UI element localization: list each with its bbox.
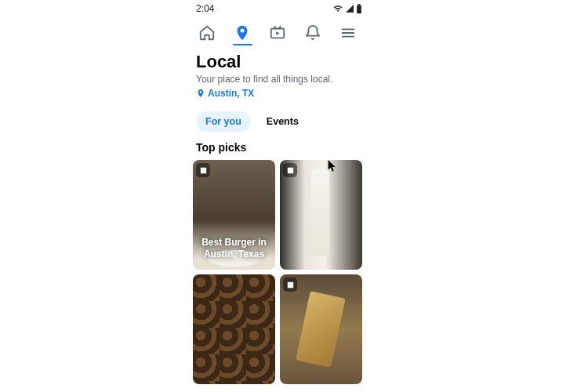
page-subtitle: Your place to find all things local. <box>196 74 359 85</box>
top-picks-grid: Best Burger in Austin, Texas <box>185 160 370 384</box>
location-text: Austin, TX <box>208 88 254 99</box>
card-caption: Best Burger in Austin, Texas <box>199 237 269 260</box>
battery-icon <box>356 4 362 14</box>
chip-for-you[interactable]: For you <box>196 111 251 132</box>
top-pick-card[interactable] <box>193 274 275 384</box>
reel-icon <box>196 163 210 177</box>
nav-video[interactable] <box>260 20 296 45</box>
page-header: Local Your place to find all things loca… <box>185 45 370 103</box>
status-bar: 2:04 <box>185 0 370 16</box>
top-pick-card[interactable]: Best Burger in Austin, Texas <box>193 160 275 270</box>
top-pick-card[interactable] <box>280 274 362 384</box>
wifi-icon <box>332 4 343 13</box>
nav-notifications[interactable] <box>295 20 330 45</box>
reel-icon <box>283 278 297 292</box>
filter-chips: For you Events <box>185 103 370 138</box>
svg-rect-1 <box>358 4 361 5</box>
phone-frame: 2:04 Local Your place to find all things… <box>185 0 370 392</box>
section-heading-top-picks: Top picks <box>185 138 370 160</box>
video-icon <box>269 24 286 42</box>
svg-rect-0 <box>357 5 361 13</box>
chip-events[interactable]: Events <box>257 111 308 132</box>
location-pin-icon <box>234 24 251 42</box>
status-time: 2:04 <box>196 3 214 14</box>
hamburger-icon <box>339 24 357 42</box>
nav-home[interactable] <box>190 20 225 45</box>
bell-icon <box>304 24 321 42</box>
home-icon <box>198 24 216 42</box>
nav-local[interactable] <box>225 20 260 45</box>
page-title: Local <box>196 52 359 72</box>
status-icons <box>332 4 362 14</box>
top-pick-card[interactable] <box>280 160 362 270</box>
signal-icon <box>345 4 354 13</box>
nav-menu[interactable] <box>330 20 365 45</box>
location-selector[interactable]: Austin, TX <box>196 88 359 99</box>
reel-icon <box>283 163 297 177</box>
top-nav <box>185 16 370 45</box>
location-pin-icon <box>196 89 205 98</box>
